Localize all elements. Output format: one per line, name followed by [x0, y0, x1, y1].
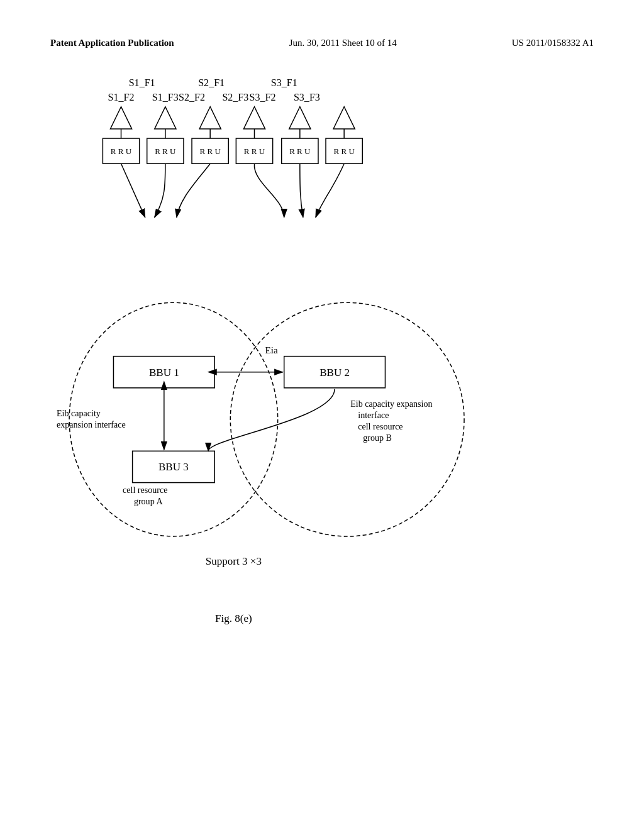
s2f2-label: S2_F2 [179, 92, 205, 102]
cell-a-line2: group A [134, 496, 164, 506]
eib1-line2: expansion interface [57, 419, 126, 429]
rru1-to-bbu1 [121, 163, 145, 217]
eib1-line1: Eib capacity [57, 408, 101, 418]
s3f3-label: S3_F3 [294, 92, 320, 102]
s3f2-label: S3_F2 [250, 92, 276, 102]
bbu2-to-bbu3 [208, 389, 335, 451]
cell-b-line1: cell resource [358, 421, 402, 431]
s1f3-label: S1_F3 [152, 92, 179, 102]
antenna-5 [289, 107, 311, 129]
s2f3-label: S2_F3 [222, 92, 248, 102]
fig-label: Fig. 8(e) [215, 612, 252, 624]
diagram-area: S1_F1 S2_F1 S3_F1 S1_F2 S1_F3 S2_F2 S2_F… [50, 61, 594, 753]
support-label: Support 3 ×3 [206, 555, 262, 567]
s1f2-label: S1_F2 [108, 92, 135, 102]
rru2-arrow [155, 163, 165, 217]
bbu2-label: BBU 2 [319, 367, 350, 379]
antenna-2 [155, 107, 176, 129]
date-sheet-label: Jun. 30, 2011 Sheet 10 of 14 [289, 38, 397, 48]
antenna-3 [199, 107, 221, 129]
rru5-arrow [300, 163, 303, 217]
rru-6-label: R R U [333, 147, 355, 156]
patent-number-label: US 2011/0158332 A1 [512, 38, 594, 48]
diagram-svg: S1_F1 S2_F1 S3_F1 S1_F2 S1_F3 S2_F2 S2_F… [50, 61, 594, 753]
page: Patent Application Publication Jun. 30, … [0, 0, 644, 830]
header-left: Patent Application Publication [50, 38, 174, 48]
rru-5-label: R R U [289, 147, 311, 156]
publication-label: Patent Application Publication [50, 38, 174, 48]
header-right: US 2011/0158332 A1 [512, 38, 594, 48]
rru3-arrow [177, 163, 210, 217]
rru-1-label: R R U [111, 147, 132, 156]
s1f1-label: S1_F1 [129, 77, 155, 88]
s3f1-label: S3_F1 [271, 77, 297, 88]
antenna-6 [333, 107, 355, 129]
eib2-line2: interface [358, 410, 389, 420]
cell-a-line1: cell resource [123, 485, 167, 495]
bbu1-label: BBU 1 [149, 367, 179, 379]
rru4-arrow [254, 163, 284, 217]
eib2-line1: Eib capacity expansion [350, 399, 432, 409]
bbu3-label: BBU 3 [158, 461, 189, 473]
antenna-1 [110, 107, 131, 129]
antenna-4 [243, 107, 265, 129]
header: Patent Application Publication Jun. 30, … [50, 38, 594, 48]
rru-3-label: R R U [199, 147, 221, 156]
cell-b-line2: group B [363, 433, 392, 443]
rru6-arrow [316, 163, 344, 217]
s2f1-label: S2_F1 [198, 77, 225, 88]
rru-2-label: R R U [155, 147, 176, 156]
eia-label: Eia [265, 345, 278, 355]
rru-4-label: R R U [244, 147, 265, 156]
group-b-circle [230, 302, 464, 536]
header-center: Jun. 30, 2011 Sheet 10 of 14 [289, 38, 397, 48]
